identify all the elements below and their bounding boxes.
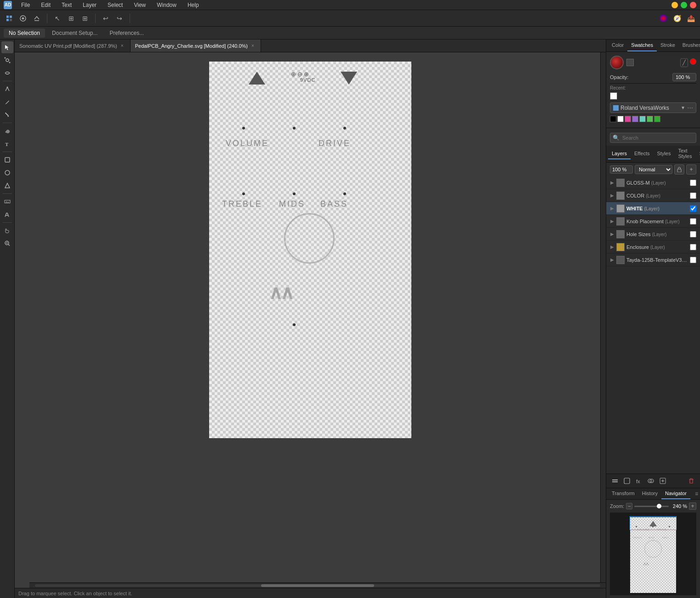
layer-item-color[interactable]: ▶ COLOR (Layer) — [606, 189, 700, 202]
palette-menu-icon[interactable]: ⋯ — [687, 104, 693, 111]
tab-pedalpcb-close[interactable]: × — [250, 43, 256, 49]
layer-visibility-gloss-m[interactable] — [690, 180, 696, 186]
tab-swatches[interactable]: Swatches — [627, 39, 657, 51]
layer-item-white[interactable]: ▶ WHITE (Layer) — [606, 202, 700, 215]
layer-visibility-color[interactable] — [690, 192, 696, 199]
persona-export-button[interactable] — [30, 12, 43, 25]
swatch-bright-green[interactable] — [654, 116, 660, 122]
layer-fx-button[interactable]: fx — [634, 476, 644, 486]
tab-effects[interactable]: Effects — [631, 148, 653, 159]
layer-expand-arrow-6[interactable]: ▶ — [610, 245, 615, 249]
fill-tool[interactable] — [1, 125, 13, 137]
layer-mask-button[interactable] — [646, 476, 656, 486]
menu-layer[interactable]: Layer — [81, 1, 98, 9]
move-button[interactable]: ↖ — [51, 12, 64, 25]
persona-pixel-button[interactable] — [17, 12, 29, 25]
red-swatch[interactable] — [690, 58, 696, 65]
layer-visibility-hole-sizes[interactable] — [690, 231, 696, 237]
tab-navigator[interactable]: Navigator — [661, 488, 690, 499]
opacity-input[interactable] — [672, 73, 696, 81]
layer-visibility-knob[interactable] — [690, 218, 696, 225]
shapes-tool[interactable] — [1, 154, 13, 166]
swatch-teal[interactable] — [639, 116, 646, 122]
app-switcher-button[interactable] — [3, 12, 16, 25]
redo-button[interactable]: ↪ — [113, 12, 126, 25]
transform-tool[interactable] — [1, 67, 13, 79]
foreground-swatch[interactable] — [626, 59, 634, 66]
tab-stock[interactable]: Stock — [695, 148, 700, 159]
layer-group-button[interactable] — [610, 476, 620, 486]
search-input[interactable] — [610, 133, 696, 143]
layer-visibility-tayda[interactable] — [690, 257, 696, 263]
tab-layers[interactable]: Layers — [608, 148, 631, 159]
tab-history[interactable]: History — [638, 488, 661, 499]
recent-swatch-white[interactable] — [610, 92, 617, 100]
tab-text-styles[interactable]: Text Styles — [674, 146, 695, 162]
export-button[interactable]: 📤 — [684, 12, 697, 25]
menu-view[interactable]: View — [132, 1, 148, 9]
layer-add-button[interactable]: + — [686, 164, 696, 175]
minimize-button[interactable] — [672, 2, 678, 8]
no-selection-button[interactable]: No Selection — [4, 28, 45, 38]
menu-file[interactable]: File — [19, 1, 32, 9]
blend-mode-select[interactable]: Normal Multiply Screen Overlay — [635, 165, 672, 174]
menu-edit[interactable]: Edit — [39, 1, 52, 9]
tab-stroke[interactable]: Stroke — [657, 39, 679, 51]
color-tool-1[interactable]: ╱ — [680, 58, 688, 67]
maximize-button[interactable] — [681, 2, 687, 8]
layer-visibility-white[interactable] — [690, 205, 696, 212]
swatch-pink[interactable] — [625, 116, 631, 122]
close-button[interactable] — [690, 2, 696, 8]
document-setup-button[interactable]: Document Setup... — [47, 28, 102, 38]
transform-button[interactable]: ⊞ — [65, 12, 78, 25]
preferences-button[interactable]: Preferences... — [104, 28, 149, 38]
layer-expand-arrow-5[interactable]: ▶ — [610, 232, 615, 237]
navigator-preview[interactable]: VOLUME DRIVE TREBLE MIDS BASS ^^ — [610, 513, 696, 595]
pencil-tool[interactable] — [1, 96, 13, 108]
tab-color[interactable]: Color — [608, 39, 627, 51]
node-tool[interactable] — [1, 54, 13, 66]
zoom-slider[interactable] — [634, 506, 669, 507]
brush-tool[interactable] — [1, 109, 13, 121]
swatch-black[interactable] — [610, 116, 616, 122]
swatch-white[interactable] — [617, 116, 624, 122]
undo-button[interactable]: ↩ — [99, 12, 112, 25]
swatch-purple[interactable] — [632, 116, 638, 122]
bottom-panel-more[interactable]: ≡ — [695, 491, 698, 497]
layer-expand-arrow-3[interactable]: ▶ — [610, 206, 615, 211]
layer-expand-arrow-7[interactable]: ▶ — [610, 258, 615, 262]
tab-brushes[interactable]: Brushes — [679, 39, 700, 51]
layer-item-enclosure[interactable]: ▶ Enclosure (Layer) — [606, 241, 700, 254]
artistic-text-tool[interactable] — [1, 209, 13, 220]
layer-expand-arrow-4[interactable]: ▶ — [610, 219, 615, 224]
pen-tool[interactable] — [1, 83, 13, 95]
layer-item-tayda[interactable]: ▶ Tayda-125B-TemplateV3 (La... — [606, 254, 700, 266]
triangle-tool[interactable] — [1, 180, 13, 192]
tab-pedalpcb[interactable]: PedalPCB_Angry_Charlie.svg [Modified] (2… — [131, 39, 261, 52]
text-tool[interactable]: T — [1, 138, 13, 150]
text-frame-tool[interactable]: Aa — [1, 196, 13, 208]
canvas-area[interactable]: ⊕ ⊖ ⊕ 9VDC VOLUME DRIVE — [15, 52, 606, 588]
layer-visibility-enclosure[interactable] — [690, 244, 696, 250]
zoom-plus-button[interactable]: + — [689, 502, 696, 510]
palette-selector[interactable]: Roland VersaWorks ▼ ⋯ — [610, 102, 696, 113]
tab-sonomatic[interactable]: Sonomatic UV Print.pdf [Modified] (287.9… — [15, 39, 131, 52]
horizontal-scrollbar[interactable] — [29, 582, 606, 588]
vertical-scrollbar[interactable] — [600, 52, 606, 582]
layer-delete-button[interactable] — [686, 476, 696, 486]
swatch-green[interactable] — [647, 116, 653, 122]
tab-transform[interactable]: Transform — [608, 488, 638, 499]
layer-item-hole-sizes[interactable]: ▶ Hole Sizes (Layer) — [606, 228, 700, 241]
zoom-minus-button[interactable]: − — [626, 503, 632, 509]
layer-expand-arrow[interactable]: ▶ — [610, 181, 615, 185]
zoom-tool[interactable] — [1, 237, 13, 249]
navigator-button[interactable]: 🧭 — [671, 12, 683, 25]
layer-opacity-input[interactable] — [610, 165, 633, 174]
layer-expand-arrow-2[interactable]: ▶ — [610, 193, 615, 198]
layer-add-child-button[interactable] — [622, 476, 632, 486]
layer-item-gloss-m[interactable]: ▶ GLOSS-M (Layer) — [606, 176, 700, 189]
layer-lock-button[interactable] — [674, 164, 684, 175]
circle-tool[interactable] — [1, 167, 13, 179]
select-tool[interactable] — [1, 41, 13, 53]
hand-tool[interactable] — [1, 225, 13, 237]
